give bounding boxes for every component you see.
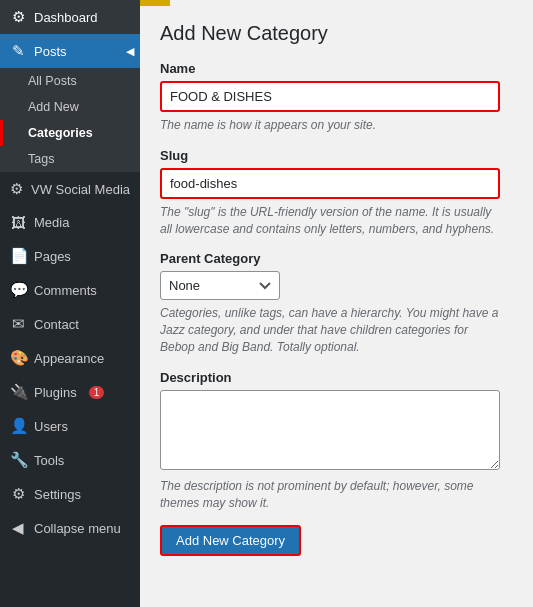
sidebar-item-label: Appearance (34, 351, 104, 366)
collapse-icon: ◀ (10, 519, 26, 537)
add-new-label: Add New (28, 100, 79, 114)
sidebar-item-label: VW Social Media (31, 182, 130, 197)
sidebar-item-contact[interactable]: ✉ Contact (0, 307, 140, 341)
tools-icon: 🔧 (10, 451, 26, 469)
name-label: Name (160, 61, 513, 76)
description-label: Description (160, 370, 513, 385)
appearance-icon: 🎨 (10, 349, 26, 367)
sidebar-item-all-posts[interactable]: All Posts (0, 68, 140, 94)
sidebar-item-collapse[interactable]: ◀ Collapse menu (0, 511, 140, 545)
sidebar-item-comments[interactable]: 💬 Comments (0, 273, 140, 307)
parent-label: Parent Category (160, 251, 513, 266)
slug-input[interactable] (160, 168, 500, 199)
sidebar-item-posts[interactable]: ✎ Posts ◀ (0, 34, 140, 68)
page-title: Add New Category (160, 22, 513, 45)
sidebar-item-plugins[interactable]: 🔌 Plugins 1 (0, 375, 140, 409)
main-content: Add New Category Name The name is how it… (140, 0, 533, 607)
sidebar-item-appearance[interactable]: 🎨 Appearance (0, 341, 140, 375)
slug-field-group: Slug The "slug" is the URL-friendly vers… (160, 148, 513, 238)
pages-icon: 📄 (10, 247, 26, 265)
sidebar-item-settings[interactable]: ⚙ Settings (0, 477, 140, 511)
dashboard-icon: ⚙ (10, 8, 26, 26)
sidebar-item-label: Plugins (34, 385, 77, 400)
tags-label: Tags (28, 152, 54, 166)
description-hint: The description is not prominent by defa… (160, 478, 500, 512)
posts-submenu: All Posts Add New Categories Tags (0, 68, 140, 172)
name-hint: The name is how it appears on your site. (160, 117, 500, 134)
settings-icon: ⚙ (10, 485, 26, 503)
sidebar-item-users[interactable]: 👤 Users (0, 409, 140, 443)
parent-hint: Categories, unlike tags, can have a hier… (160, 305, 500, 355)
sidebar-item-tools[interactable]: 🔧 Tools (0, 443, 140, 477)
sidebar-item-add-new[interactable]: Add New (0, 94, 140, 120)
sidebar-item-tags[interactable]: Tags (0, 146, 140, 172)
all-posts-label: All Posts (28, 74, 77, 88)
comments-icon: 💬 (10, 281, 26, 299)
sidebar-item-label: Media (34, 215, 69, 230)
sidebar: ⚙ Dashboard ✎ Posts ◀ All Posts Add New … (0, 0, 140, 607)
sidebar-item-label: Comments (34, 283, 97, 298)
plugins-icon: 🔌 (10, 383, 26, 401)
categories-label: Categories (28, 126, 93, 140)
media-icon: 🖼 (10, 214, 26, 231)
sidebar-item-pages[interactable]: 📄 Pages (0, 239, 140, 273)
sidebar-item-categories[interactable]: Categories (0, 120, 140, 146)
submit-group: Add New Category (160, 525, 513, 556)
parent-category-group: Parent Category None Categories, unlike … (160, 251, 513, 355)
name-input[interactable] (160, 81, 500, 112)
content-area: Add New Category Name The name is how it… (140, 6, 533, 572)
vw-icon: ⚙ (10, 180, 23, 198)
slug-label: Slug (160, 148, 513, 163)
sidebar-item-label: Contact (34, 317, 79, 332)
plugins-badge: 1 (89, 386, 105, 399)
sidebar-item-label: Settings (34, 487, 81, 502)
slug-hint: The "slug" is the URL-friendly version o… (160, 204, 500, 238)
posts-arrow: ◀ (126, 45, 134, 58)
sidebar-item-dashboard[interactable]: ⚙ Dashboard (0, 0, 140, 34)
description-textarea[interactable] (160, 390, 500, 470)
sidebar-item-label: Collapse menu (34, 521, 121, 536)
sidebar-item-label: Dashboard (34, 10, 98, 25)
sidebar-item-label: Pages (34, 249, 71, 264)
sidebar-item-media[interactable]: 🖼 Media (0, 206, 140, 239)
name-field-group: Name The name is how it appears on your … (160, 61, 513, 134)
posts-icon: ✎ (10, 42, 26, 60)
add-new-category-button[interactable]: Add New Category (160, 525, 301, 556)
parent-select[interactable]: None (160, 271, 280, 300)
contact-icon: ✉ (10, 315, 26, 333)
description-field-group: Description The description is not promi… (160, 370, 513, 512)
sidebar-item-label: Tools (34, 453, 64, 468)
sidebar-item-label: Posts (34, 44, 67, 59)
sidebar-item-label: Users (34, 419, 68, 434)
sidebar-item-vw-social-media[interactable]: ⚙ VW Social Media (0, 172, 140, 206)
users-icon: 👤 (10, 417, 26, 435)
